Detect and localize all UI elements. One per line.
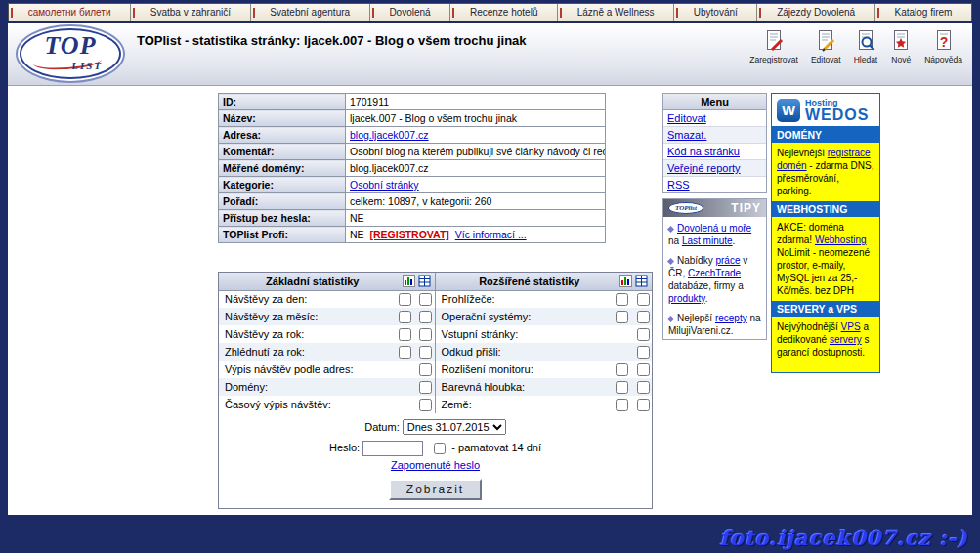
toolbar-help[interactable]: ? Nápověda [924, 29, 962, 64]
profi-status: NE [350, 229, 364, 240]
site-address-link[interactable]: blog.ljacek007.cz [350, 129, 429, 141]
wedos-servers-link[interactable]: servery [830, 334, 862, 345]
logo-text-list: LIST [71, 60, 103, 71]
wedos-webhosting-link[interactable]: Webhosting [815, 234, 867, 245]
remember-checkbox[interactable] [434, 443, 446, 454]
watermark-text: foto.ijacek007.cz :-) [720, 526, 968, 550]
table-checkbox[interactable] [419, 381, 432, 394]
table-icon [418, 275, 431, 287]
top-tab[interactable]: Lázně a Wellness [558, 4, 674, 21]
graph-checkbox[interactable] [399, 311, 411, 323]
tip-link[interactable]: produkty [668, 293, 705, 304]
graph-icon [619, 275, 632, 287]
wedos-text-domains: Nejlevnější registrace domén - zdarma DN… [772, 143, 879, 201]
profi-register-link[interactable]: [REGISTROVAT] [370, 229, 449, 240]
submit-button[interactable]: Zobrazit [389, 479, 482, 500]
tip-link[interactable]: Last minute [682, 235, 733, 246]
wedos-vps-link[interactable]: VPS [841, 321, 861, 332]
tip-link[interactable]: práce [715, 255, 740, 266]
search-icon [855, 29, 876, 53]
wedos-band-servers: SERVERY a VPS [772, 301, 879, 317]
remember-label: - pamatovat 14 dní [451, 442, 541, 453]
graph-checkbox[interactable] [616, 399, 628, 411]
toolbar-register[interactable]: Zaregistrovat [749, 29, 798, 64]
table-icon [635, 275, 648, 287]
graph-checkbox[interactable] [399, 328, 411, 341]
tip-link[interactable]: Dovolená u moře [677, 223, 751, 234]
top-tab[interactable]: Zájezdy Dovolená [757, 4, 874, 21]
info-label: Měřené domény: [219, 160, 346, 177]
forgot-password-link[interactable]: Zapomenuté heslo [391, 459, 480, 471]
table-checkbox[interactable] [637, 399, 650, 411]
table-checkbox[interactable] [419, 328, 432, 341]
table-checkbox[interactable] [419, 293, 432, 306]
wedos-w-icon: W [777, 99, 800, 122]
info-label: TOPlist Profi: [219, 227, 346, 243]
menu-item-smazat[interactable]: Smazat. [663, 127, 766, 144]
top-tab[interactable]: самолетни билети [9, 4, 131, 21]
bullet-icon [667, 258, 674, 265]
page: самолетни билети Svatba v zahraničí Svat… [0, 0, 980, 553]
top-tab[interactable]: Dovolená [370, 4, 451, 21]
table-checkbox[interactable] [637, 328, 650, 341]
graph-checkbox[interactable] [616, 363, 628, 376]
menu-item-kod-na-stranku[interactable]: Kód na stránku [663, 144, 766, 160]
toplist-logo[interactable]: TOP LIST [20, 28, 121, 79]
stat-label: Návštěvy za rok: [219, 325, 392, 343]
tips-box: TOPlist TIPY Dovolená u moře na Last min… [662, 198, 767, 340]
top-tab[interactable]: Katalog firem [875, 4, 971, 21]
tip-link[interactable]: recepty [715, 313, 747, 323]
top-tab[interactable]: Recenze hotelů [450, 4, 558, 21]
profi-more-info-link[interactable]: Víc informací ... [455, 229, 527, 240]
stats-row: Výpis návštěv podle adres: Rozlišení mon… [219, 361, 652, 378]
wedos-band-webhosting: WEBHOSTING [772, 201, 879, 217]
date-select[interactable]: Dnes 31.07.2015 [403, 419, 506, 435]
table-checkbox[interactable] [637, 381, 650, 394]
menu-box: Menu Editovat Smazat. Kód na stránku Veř… [662, 93, 767, 193]
toolbar-new[interactable]: Nové [890, 29, 912, 64]
toolbar-search[interactable]: Hledat [854, 29, 878, 64]
info-label: Adresa: [219, 127, 346, 144]
toolbar-label: Nové [891, 55, 911, 64]
info-value-comment: Osobní blog na kterém publikuji své člán… [346, 144, 606, 160]
toolbar-label: Zaregistrovat [749, 55, 798, 64]
top-tab[interactable]: Svatba v zahraničí [131, 4, 251, 21]
graph-checkbox[interactable] [399, 293, 411, 306]
table-checkbox[interactable] [419, 399, 432, 411]
tips-title: TIPY [703, 201, 761, 215]
site-info-table: ID: 1701911 Název: ljacek.007 - Blog o v… [218, 93, 606, 243]
table-checkbox[interactable] [419, 363, 432, 376]
table-checkbox[interactable] [637, 363, 650, 376]
graph-checkbox[interactable] [399, 346, 411, 359]
toolbar-edit[interactable]: Editovat [811, 29, 841, 64]
wedos-band-domains: DOMÉNY [772, 127, 879, 143]
table-checkbox[interactable] [637, 346, 650, 359]
edit-icon [815, 29, 836, 53]
statistics-table: Základní statistiky Rozšířené statistiky [219, 273, 652, 413]
graph-checkbox[interactable] [616, 381, 628, 394]
info-label: Komentář: [219, 144, 346, 160]
graph-checkbox[interactable] [616, 293, 628, 306]
table-checkbox[interactable] [419, 311, 432, 323]
password-input[interactable] [362, 441, 423, 456]
menu-item-rss[interactable]: RSS [663, 177, 766, 192]
menu-item-verejne-reporty[interactable]: Veřejné reporty [663, 160, 766, 177]
info-label: Název: [219, 110, 346, 127]
category-link[interactable]: Osobní stránky [350, 179, 419, 191]
stats-row: Návštěvy za měsíc: Operační systémy: [219, 308, 652, 325]
top-tab[interactable]: Svatební agentura [251, 4, 370, 21]
table-checkbox[interactable] [637, 293, 650, 306]
graph-checkbox[interactable] [616, 311, 628, 323]
stat-label: Domény: [219, 378, 392, 396]
top-tab[interactable]: Ubytování [674, 4, 757, 21]
info-row: Kategorie: Osobní stránky [219, 177, 606, 193]
graph-icon [403, 275, 415, 287]
table-checkbox[interactable] [637, 311, 650, 323]
table-checkbox[interactable] [419, 346, 432, 359]
menu-item-editovat[interactable]: Editovat [663, 110, 766, 127]
info-value-rank: celkem: 10897, v kategorii: 260 [346, 193, 606, 210]
date-label: Datum: [364, 421, 399, 433]
wedos-logo[interactable]: W Hosting WEDOS [772, 94, 879, 127]
info-row: Adresa: blog.ljacek007.cz [219, 127, 606, 144]
tip-link[interactable]: CzechTrade [688, 268, 741, 278]
